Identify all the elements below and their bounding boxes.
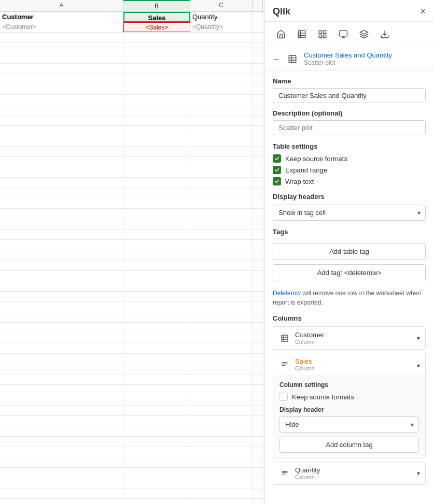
- cell-empty[interactable]: [0, 167, 123, 177]
- cell-empty[interactable]: [123, 271, 190, 281]
- cell-empty[interactable]: [123, 302, 190, 312]
- card-icon[interactable]: [335, 26, 352, 42]
- cell-empty[interactable]: [190, 188, 253, 198]
- quantity-column-header[interactable]: Quantity Column ▾: [273, 462, 425, 484]
- cell-empty[interactable]: [0, 261, 123, 270]
- home-icon[interactable]: [273, 26, 289, 42]
- cell-empty[interactable]: [123, 95, 190, 105]
- cell-empty[interactable]: [190, 375, 253, 384]
- cell-empty[interactable]: [123, 499, 190, 504]
- cell-empty[interactable]: [0, 33, 123, 42]
- cell-empty[interactable]: [123, 167, 190, 177]
- cell-empty[interactable]: [0, 406, 123, 415]
- cell-empty[interactable]: [190, 95, 253, 105]
- sales-keep-source-checkbox[interactable]: [279, 393, 288, 401]
- cell-empty[interactable]: [0, 219, 123, 229]
- cell-empty[interactable]: [190, 74, 253, 84]
- cell-empty[interactable]: [0, 447, 123, 457]
- cell-empty[interactable]: [0, 229, 123, 239]
- cell-empty[interactable]: [190, 157, 253, 167]
- cell-empty[interactable]: [0, 147, 123, 156]
- cell-empty[interactable]: [190, 364, 253, 374]
- cell-empty[interactable]: [0, 126, 123, 136]
- cell-empty[interactable]: [0, 136, 123, 146]
- cell-empty[interactable]: [190, 105, 253, 115]
- cell-empty[interactable]: [123, 74, 190, 84]
- back-button[interactable]: ←: [273, 54, 281, 64]
- description-input[interactable]: [273, 120, 426, 135]
- layout-icon[interactable]: [314, 26, 331, 42]
- add-deleterow-tag-button[interactable]: Add tag: <deleterow>: [273, 264, 426, 281]
- cell-empty[interactable]: [0, 375, 123, 384]
- name-input[interactable]: [273, 88, 426, 103]
- cell-empty[interactable]: [0, 416, 123, 426]
- cell-empty[interactable]: [0, 323, 123, 333]
- display-headers-select[interactable]: Show in tag cell Always show Never show: [273, 205, 426, 221]
- cell-empty[interactable]: [123, 416, 190, 426]
- cell-empty[interactable]: [0, 53, 123, 63]
- cell-empty[interactable]: [0, 395, 123, 405]
- cell-empty[interactable]: [190, 354, 253, 364]
- cell-empty[interactable]: [0, 95, 123, 105]
- cell-empty[interactable]: [0, 302, 123, 312]
- cell-empty[interactable]: [123, 188, 190, 198]
- cell-empty[interactable]: [190, 447, 253, 457]
- cell-empty[interactable]: [0, 488, 123, 498]
- cell-empty[interactable]: [190, 406, 253, 415]
- cell-empty[interactable]: [0, 292, 123, 301]
- download-icon[interactable]: [376, 26, 393, 42]
- cell-empty[interactable]: [190, 437, 253, 447]
- cell-empty[interactable]: [190, 250, 253, 260]
- cell-empty[interactable]: [123, 385, 190, 395]
- add-table-tag-button[interactable]: Add table tag: [273, 243, 426, 260]
- cell-empty[interactable]: [123, 488, 190, 498]
- cell-empty[interactable]: [190, 240, 253, 250]
- cell-empty[interactable]: [0, 354, 123, 364]
- sales-column-header[interactable]: Sales Column ▴: [273, 353, 425, 376]
- cell-empty[interactable]: [123, 292, 190, 301]
- cell-empty[interactable]: [123, 468, 190, 478]
- cell-empty[interactable]: [123, 375, 190, 384]
- cell-empty[interactable]: [123, 281, 190, 291]
- cell-empty[interactable]: [123, 447, 190, 457]
- cell-empty[interactable]: [123, 478, 190, 488]
- cell-empty[interactable]: [190, 302, 253, 312]
- cell-empty[interactable]: [123, 229, 190, 239]
- add-column-tag-button[interactable]: Add column tag: [279, 437, 419, 453]
- cell-empty[interactable]: [0, 426, 123, 436]
- cell-empty[interactable]: [0, 240, 123, 250]
- cell-empty[interactable]: [123, 53, 190, 63]
- cell-empty[interactable]: [190, 53, 253, 63]
- cell-empty[interactable]: [190, 147, 253, 156]
- cell-empty[interactable]: [0, 364, 123, 374]
- cell-empty[interactable]: [0, 178, 123, 188]
- cell-empty[interactable]: [190, 323, 253, 333]
- cell-empty[interactable]: [0, 343, 123, 353]
- cell-empty[interactable]: [190, 261, 253, 270]
- cell-empty[interactable]: [0, 333, 123, 343]
- cell-empty[interactable]: [123, 178, 190, 188]
- close-button[interactable]: ×: [420, 6, 426, 17]
- cell-empty[interactable]: [0, 84, 123, 94]
- cell-empty[interactable]: [190, 478, 253, 488]
- cell-empty[interactable]: [123, 84, 190, 94]
- cell-empty[interactable]: [0, 312, 123, 322]
- cell-empty[interactable]: [123, 426, 190, 436]
- cell-empty[interactable]: [190, 468, 253, 478]
- cell-empty[interactable]: [123, 240, 190, 250]
- cell-empty[interactable]: [0, 437, 123, 447]
- cell-empty[interactable]: [123, 43, 190, 53]
- cell-empty[interactable]: [0, 198, 123, 208]
- cell-empty[interactable]: [0, 105, 123, 115]
- customer-column-header[interactable]: Customer Column ▾: [273, 327, 425, 349]
- cell-empty[interactable]: [0, 74, 123, 84]
- cell-empty[interactable]: [190, 312, 253, 322]
- cell-b1[interactable]: Sales: [123, 12, 190, 22]
- cell-empty[interactable]: [123, 105, 190, 115]
- cell-empty[interactable]: [190, 281, 253, 291]
- cell-a2[interactable]: <Customer>: [0, 22, 123, 32]
- cell-empty[interactable]: [190, 116, 253, 125]
- cell-empty[interactable]: [123, 312, 190, 322]
- cell-empty[interactable]: [190, 219, 253, 229]
- cell-empty[interactable]: [0, 457, 123, 467]
